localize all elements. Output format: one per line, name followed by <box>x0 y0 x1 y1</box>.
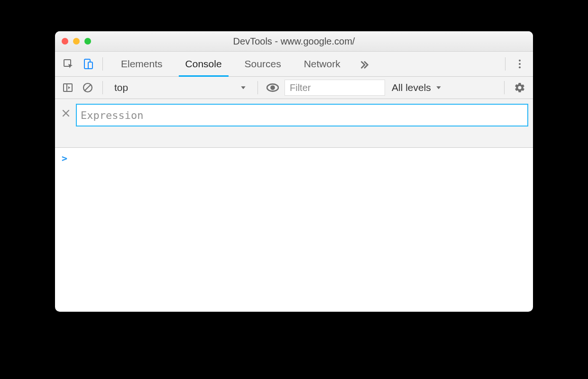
tab-label: Sources <box>245 58 281 70</box>
log-levels-selector[interactable]: All levels <box>389 82 445 93</box>
svg-point-4 <box>519 63 521 65</box>
divider <box>102 57 103 71</box>
levels-label: All levels <box>392 82 431 93</box>
tab-label: Network <box>304 58 340 70</box>
window-title: DevTools - www.google.com/ <box>55 36 533 47</box>
chevron-down-icon <box>435 84 442 91</box>
tab-label: Console <box>185 58 222 70</box>
execution-context-selector[interactable]: top <box>110 80 251 96</box>
device-toolbar-icon[interactable] <box>80 55 97 72</box>
tab-sources[interactable]: Sources <box>236 52 290 76</box>
divider <box>257 81 258 94</box>
title-bar: DevTools - www.google.com/ <box>55 31 533 52</box>
clear-console-icon[interactable] <box>80 80 96 96</box>
tab-network[interactable]: Network <box>295 52 349 76</box>
window-maximize-button[interactable] <box>84 38 91 45</box>
main-toolbar: Elements Console Sources Network <box>55 52 533 77</box>
live-expression-input[interactable] <box>76 104 528 126</box>
divider <box>505 57 505 71</box>
window-close-button[interactable] <box>62 38 68 45</box>
tab-console[interactable]: Console <box>177 52 230 76</box>
more-tabs-icon[interactable] <box>355 59 374 69</box>
inspect-element-icon[interactable] <box>60 55 77 72</box>
svg-rect-6 <box>64 84 72 91</box>
close-icon[interactable] <box>60 104 72 123</box>
live-expression-icon[interactable] <box>265 80 281 96</box>
divider <box>504 81 505 94</box>
console-prompt-icon: > <box>62 153 67 164</box>
filter-input[interactable] <box>285 80 385 96</box>
console-settings-icon[interactable] <box>511 82 528 93</box>
svg-point-3 <box>519 60 521 62</box>
tab-elements[interactable]: Elements <box>112 52 171 76</box>
svg-point-11 <box>270 85 275 90</box>
divider <box>102 81 103 94</box>
show-console-sidebar-icon[interactable] <box>60 80 76 96</box>
live-expression-row <box>55 99 533 148</box>
window-minimize-button[interactable] <box>73 38 80 45</box>
panel-tabs: Elements Console Sources Network <box>112 52 349 76</box>
context-label: top <box>114 82 128 93</box>
console-body[interactable]: > <box>55 148 533 169</box>
settings-menu-icon[interactable] <box>511 59 528 69</box>
svg-line-9 <box>85 85 91 90</box>
traffic-lights <box>55 38 91 45</box>
tab-label: Elements <box>121 58 163 70</box>
chevron-down-icon <box>239 84 247 91</box>
devtools-window: DevTools - www.google.com/ Elements <box>55 31 533 312</box>
svg-point-5 <box>519 66 521 68</box>
console-toolbar: top All levels <box>55 77 533 99</box>
svg-rect-2 <box>88 62 92 69</box>
